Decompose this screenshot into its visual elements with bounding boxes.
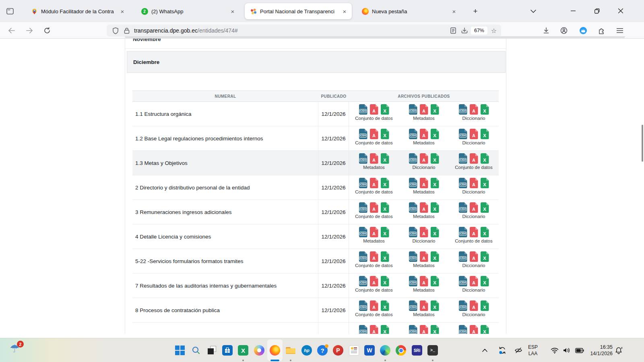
csv-file-icon[interactable]: CSV xyxy=(359,251,367,262)
xls-file-icon[interactable]: X xyxy=(481,276,489,286)
pdf-file-icon[interactable]: A xyxy=(470,104,478,115)
xls-file-icon[interactable]: X xyxy=(481,153,489,164)
xls-file-icon[interactable]: X xyxy=(381,325,389,334)
bookmark-star-icon[interactable]: ☆ xyxy=(488,25,500,36)
xls-file-icon[interactable]: X xyxy=(431,227,439,237)
xls-file-icon[interactable]: X xyxy=(431,178,439,188)
task-view-button[interactable] xyxy=(206,345,217,356)
pdf-file-icon[interactable]: A xyxy=(370,153,378,164)
vertical-scrollbar-thumb[interactable] xyxy=(642,125,643,162)
csv-file-icon[interactable]: CSV xyxy=(359,300,367,311)
microsoft-store-button[interactable] xyxy=(222,345,233,356)
pdf-file-icon[interactable]: A xyxy=(420,251,428,262)
back-button[interactable] xyxy=(6,25,18,37)
language-indicator[interactable]: ESP LAA xyxy=(524,344,542,357)
pdf-file-icon[interactable]: A xyxy=(470,178,478,188)
pdf-file-icon[interactable]: A xyxy=(370,276,378,286)
pdf-file-icon[interactable]: A xyxy=(470,153,478,164)
tab-whatsapp[interactable]: 2 (2) WhatsApp × xyxy=(136,3,240,19)
extensions-puzzle-icon[interactable] xyxy=(595,25,607,37)
forward-button[interactable] xyxy=(23,25,35,37)
firefox-view-button[interactable] xyxy=(4,5,16,17)
onedrive-sync-icon[interactable] xyxy=(497,346,507,354)
downloads-button[interactable] xyxy=(540,25,552,37)
pdf-file-icon[interactable]: A xyxy=(420,129,428,139)
word-button[interactable]: W xyxy=(364,345,375,356)
url-text[interactable]: transparencia.dpe.gob.ec/entidades/474# xyxy=(134,27,448,34)
list-tabs-chevron-icon[interactable] xyxy=(528,6,539,16)
xls-file-icon[interactable]: X xyxy=(431,202,439,213)
csv-file-icon[interactable]: CSV xyxy=(359,178,367,188)
xls-file-icon[interactable]: X xyxy=(431,300,439,311)
csv-file-icon[interactable]: CSV xyxy=(359,325,367,334)
edge-button[interactable] xyxy=(380,345,391,356)
reload-button[interactable] xyxy=(41,25,53,37)
xls-file-icon[interactable]: X xyxy=(481,300,489,311)
csv-file-icon[interactable]: CSV xyxy=(409,178,417,188)
tab-portal-transparencia-active[interactable]: Portal Nacional de Transparenci × xyxy=(245,3,352,19)
xls-file-icon[interactable]: X xyxy=(431,153,439,164)
tab-nueva-pestana[interactable]: Nueva pestaña × xyxy=(357,3,461,19)
ecuador-app-button[interactable] xyxy=(348,345,359,356)
firefox-button[interactable] xyxy=(269,345,281,356)
pdf-file-icon[interactable]: A xyxy=(470,129,478,139)
pdf-file-icon[interactable]: A xyxy=(370,129,378,139)
csv-file-icon[interactable]: CSV xyxy=(459,104,467,115)
xls-file-icon[interactable]: X xyxy=(481,178,489,188)
lock-icon[interactable] xyxy=(121,25,132,36)
csv-file-icon[interactable]: CSV xyxy=(409,153,417,164)
powerpoint-button[interactable]: P xyxy=(332,345,344,356)
csv-file-icon[interactable]: CSV xyxy=(409,104,417,115)
csv-file-icon[interactable]: CSV xyxy=(409,325,417,334)
accordion-header-noviembre[interactable]: Noviembre xyxy=(125,39,506,49)
hp-button[interactable]: hp xyxy=(301,345,312,356)
pdf-file-icon[interactable]: A xyxy=(420,276,428,286)
extension-fox-icon[interactable] xyxy=(577,25,589,37)
csv-file-icon[interactable]: CSV xyxy=(409,300,417,311)
xls-file-icon[interactable]: X xyxy=(381,300,389,311)
pdf-file-icon[interactable]: A xyxy=(420,104,428,115)
pdf-file-icon[interactable]: A xyxy=(420,325,428,334)
file-explorer-button[interactable] xyxy=(285,345,296,356)
minimize-button[interactable] xyxy=(565,4,581,18)
search-button[interactable] xyxy=(190,345,202,356)
sri-button[interactable]: SRi xyxy=(411,345,423,356)
pdf-file-icon[interactable]: A xyxy=(470,300,478,311)
xls-file-icon[interactable]: X xyxy=(431,251,439,262)
reader-mode-icon[interactable] xyxy=(448,25,459,36)
copilot-button[interactable] xyxy=(254,345,265,356)
accordion-header-diciembre[interactable]: Diciembre xyxy=(127,51,506,73)
csv-file-icon[interactable]: CSV xyxy=(459,202,467,213)
excel-button[interactable]: X xyxy=(237,345,249,356)
clock[interactable]: 16:35 14/1/2026 xyxy=(590,344,613,357)
csv-file-icon[interactable]: CSV xyxy=(409,227,417,237)
shield-icon[interactable] xyxy=(110,25,121,36)
pdf-file-icon[interactable]: A xyxy=(470,251,478,262)
xls-file-icon[interactable]: X xyxy=(381,251,389,262)
pdf-file-icon[interactable]: A xyxy=(420,178,428,188)
xls-file-icon[interactable]: X xyxy=(481,251,489,262)
pdf-file-icon[interactable]: A xyxy=(370,178,378,188)
close-window-button[interactable] xyxy=(613,4,629,18)
xls-file-icon[interactable]: X xyxy=(481,202,489,213)
csv-file-icon[interactable]: CSV xyxy=(359,104,367,115)
csv-file-icon[interactable]: CSV xyxy=(409,251,417,262)
csv-file-icon[interactable]: CSV xyxy=(359,227,367,237)
zoom-level-badge[interactable]: 67% xyxy=(471,27,487,35)
csv-file-icon[interactable]: CSV xyxy=(459,276,467,286)
pdf-file-icon[interactable]: A xyxy=(470,202,478,213)
csv-file-icon[interactable]: CSV xyxy=(459,129,467,139)
csv-file-icon[interactable]: CSV xyxy=(409,129,417,139)
xls-file-icon[interactable]: X xyxy=(481,227,489,237)
tab-close-icon[interactable]: × xyxy=(449,6,459,16)
pdf-file-icon[interactable]: A xyxy=(470,227,478,237)
csv-file-icon[interactable]: CSV xyxy=(459,325,467,334)
xls-file-icon[interactable]: X xyxy=(431,129,439,139)
pdf-file-icon[interactable]: A xyxy=(370,251,378,262)
pdf-file-icon[interactable]: A xyxy=(370,202,378,213)
tab-close-icon[interactable]: × xyxy=(340,6,349,16)
xls-file-icon[interactable]: X xyxy=(431,104,439,115)
csv-file-icon[interactable]: CSV xyxy=(459,300,467,311)
save-page-icon[interactable] xyxy=(459,25,470,36)
get-help-button[interactable]: ? xyxy=(317,345,328,356)
